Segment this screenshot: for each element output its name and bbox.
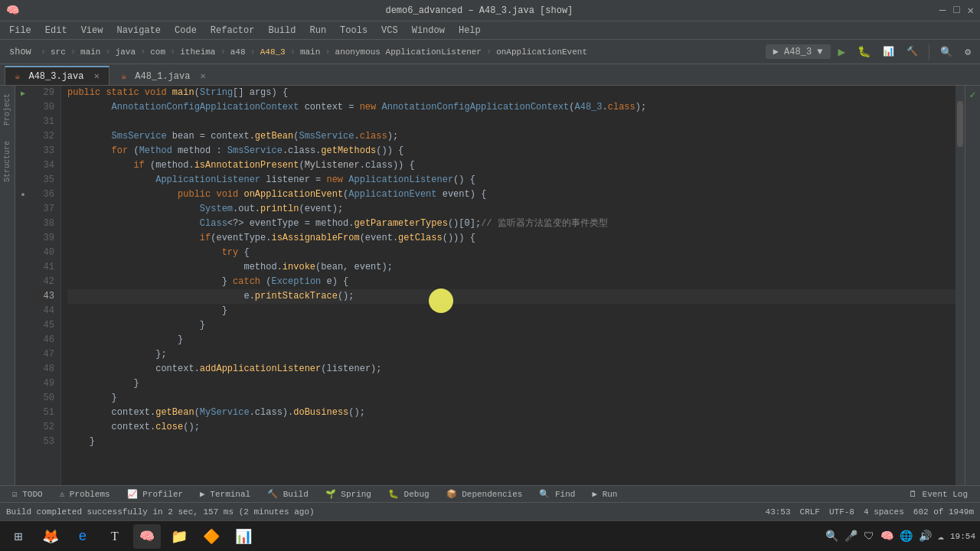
indent-setting[interactable]: 4 spaces [864,507,904,517]
gutter-line-50 [15,391,31,406]
show-btn[interactable]: show [5,45,36,59]
taskbar-powerpoint[interactable]: 📊 [230,524,257,549]
bottom-tab-problems[interactable]: ⚠ Problems [52,488,118,500]
menu-run[interactable]: Run [303,24,332,37]
minimize-btn[interactable]: — [939,4,946,17]
menu-edit[interactable]: Edit [39,24,74,37]
taskbar-explorer[interactable]: 📁 [165,524,193,549]
ln-46: 46 [31,333,54,347]
bottom-tab-dependencies[interactable]: 📦 Dependencies [439,488,531,500]
gutter-line-52 [15,420,31,435]
ln-34: 34 [31,158,54,173]
breadcrumb-java[interactable]: java [116,47,136,57]
line-ending[interactable]: CRLF [800,507,820,517]
tab-a48-1[interactable]: ☕ A48_1.java ✕ [111,66,216,85]
java-icon-1: ☕ [15,71,20,82]
code-line-41: method.invoke(bean, event); [67,260,956,275]
tab-close-1[interactable]: ✕ [94,71,100,82]
run-config-selector[interactable]: ▶ A48_3 ▼ [766,44,831,59]
status-left: Build completed successfully in 2 sec, 1… [6,507,315,517]
taskbar: ⊞ 🦊 e T 🧠 📁 🔶 📊 🔍 🎤 🛡 🧠 🌐 🔊 ☁ 19:54 [0,520,980,551]
taskbar-start[interactable]: ⊞ [5,524,32,549]
breadcrumb-src[interactable]: src [51,47,66,57]
ln-45: 45 [31,318,54,333]
sidebar-structure[interactable]: Structure [3,141,11,182]
right-scrollbar[interactable] [956,86,965,485]
taskbar-vlc[interactable]: 🔶 [198,524,225,549]
bottom-tab-spring[interactable]: 🌱 Spring [318,488,379,500]
gutter-line-34 [15,158,31,173]
breadcrumb-anon[interactable]: anonymous ApplicationListener [335,47,482,57]
tab-close-2[interactable]: ✕ [201,71,206,82]
menu-view[interactable]: View [75,24,109,37]
left-sidebar: Project Structure [0,86,15,485]
bottom-tab-profiler[interactable]: 📈 Profiler [119,488,191,500]
app-icon: 🧠 [6,4,19,17]
tab-a48-3[interactable]: ☕ A48_3.java ✕ [5,66,109,85]
breadcrumb-com[interactable]: com [150,47,165,57]
code-line-33: for (Method method : SmsService.class.ge… [67,144,956,158]
search-btn[interactable]: 🔍 [936,44,957,60]
bottom-tab-build[interactable]: 🔨 Build [260,488,316,500]
close-btn[interactable]: ✕ [968,4,974,17]
breadcrumb-a48-3[interactable]: A48_3 [260,47,286,57]
bottom-tab-debug[interactable]: 🐛 Debug [381,488,437,500]
code-line-52: context.close(); [67,420,956,435]
gutter-line-44 [15,304,31,318]
gutter-line-53 [15,435,31,449]
bottom-tab-run[interactable]: ▶ Run [584,488,625,500]
taskbar-ie[interactable]: e [69,524,96,549]
menu-help[interactable]: Help [452,24,487,37]
status-right: 43:53 CRLF UTF-8 4 spaces 602 of 1949m [766,507,974,517]
scroll-thumb[interactable] [957,101,963,147]
menu-vcs[interactable]: VCS [375,24,404,37]
encoding[interactable]: UTF-8 [829,507,854,517]
code-line-38: Class<?> eventType = method.getParameter… [67,217,956,231]
tray-intellij-icon: 🧠 [880,530,893,543]
bottom-tab-eventlog[interactable]: 🗒 Event Log [901,488,975,500]
code-content[interactable]: public static void main(String[] args) {… [61,86,956,485]
restore-btn[interactable]: □ [953,4,959,17]
bottom-tab-terminal[interactable]: ▶ Terminal [192,488,258,500]
sidebar-project[interactable]: Project [3,93,11,126]
ln-42: 42 [31,275,54,289]
debug-btn[interactable]: 🐛 [853,44,875,60]
bottom-tab-todo[interactable]: ☑ TODO [5,488,51,500]
settings-btn[interactable]: ⚙ [960,44,975,60]
breadcrumb-mainfn[interactable]: main [300,47,320,57]
toolbar: show › src › main › java › com › itheima… [0,40,980,64]
menu-code[interactable]: Code [168,24,203,37]
validation-checkmark: ✓ [970,89,976,101]
run-btn[interactable]: ▶ [834,43,851,61]
taskbar-notepad[interactable]: T [101,524,129,549]
ln-38: 38 [31,217,54,231]
menu-refactor[interactable]: Refactor [204,24,261,37]
taskbar-intellij[interactable]: 🧠 [133,524,161,549]
menu-navigate[interactable]: Navigate [110,24,167,37]
gutter-line-29: ▶ [15,86,31,100]
bottom-tab-find[interactable]: 🔍 Find [531,488,583,500]
window-title: demo6_advanced – A48_3.java [show] [19,5,939,16]
breadcrumb-main[interactable]: main [80,47,100,57]
breadcrumb-a48[interactable]: a48 [230,47,246,57]
build-btn[interactable]: 🔨 [902,44,923,59]
ln-29: 29 [31,86,54,100]
menu-tools[interactable]: Tools [334,24,374,37]
gutter-line-35 [15,173,31,187]
menu-window[interactable]: Window [406,24,451,37]
cursor-position[interactable]: 43:53 [766,507,791,517]
run-gutter-icon[interactable]: ▶ [21,89,25,98]
code-line-34: if (method.isAnnotationPresent(MyListene… [67,158,956,173]
tray-search-icon: 🔍 [825,530,838,543]
clock-time: 19:54 [950,532,975,541]
tray-volume-icon: 🔊 [919,530,932,543]
build-status: Build completed successfully in 2 sec, 1… [6,507,315,517]
breadcrumb-itheima[interactable]: itheima [180,47,215,57]
breadcrumb-onevent[interactable]: onApplicationEvent [496,47,587,57]
menu-build[interactable]: Build [262,24,302,37]
coverage-btn[interactable]: 📊 [878,44,899,59]
ln-40: 40 [31,246,54,260]
taskbar-firefox[interactable]: 🦊 [37,524,64,549]
gutter-line-36: ● [15,187,31,202]
menu-file[interactable]: File [3,24,38,37]
